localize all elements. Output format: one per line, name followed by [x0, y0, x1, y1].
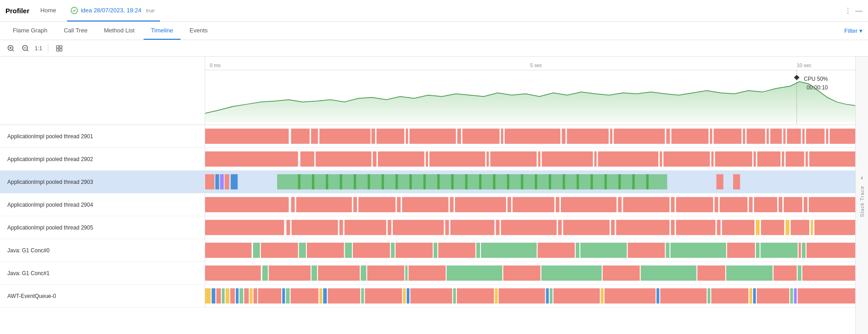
thread-timeline[interactable] [205, 148, 855, 170]
thread-row[interactable]: Java: G1 Conc#0 [0, 239, 855, 262]
thread-timeline[interactable] [205, 216, 855, 239]
svg-rect-160 [345, 243, 352, 258]
svg-rect-199 [205, 288, 211, 303]
tab-flame-graph[interactable]: Flame Graph [5, 22, 55, 40]
cpu-tooltip: CPU 50% 00:00:10 [804, 75, 828, 92]
svg-rect-230 [604, 288, 656, 303]
svg-rect-46 [315, 151, 371, 167]
svg-rect-195 [726, 266, 773, 281]
svg-rect-27 [567, 129, 609, 144]
svg-rect-210 [258, 288, 281, 303]
svg-rect-126 [779, 197, 782, 212]
zoom-ratio-label: 1:1 [35, 45, 42, 52]
svg-rect-79 [368, 174, 370, 189]
svg-rect-64 [785, 151, 804, 167]
thread-timeline[interactable] [205, 125, 855, 147]
tab-events[interactable]: Events [182, 22, 215, 40]
svg-rect-51 [486, 151, 489, 167]
svg-rect-132 [291, 220, 338, 235]
svg-rect-17 [320, 129, 371, 144]
svg-rect-117 [561, 197, 616, 212]
tab-idea[interactable]: idea 28/07/2023, 18:24 true [67, 0, 160, 21]
thread-timeline[interactable] [205, 193, 855, 216]
thread-name: ApplicationImpl pooled thread 2905 [0, 216, 205, 239]
thread-row[interactable]: ApplicationImpl pooled thread 2901 [0, 125, 855, 148]
thread-row[interactable]: Java: G1 Conc#1 [0, 262, 855, 285]
svg-rect-151 [785, 220, 789, 235]
svg-rect-92 [549, 174, 551, 189]
thread-row[interactable]: ApplicationImpl pooled thread 2904 [0, 193, 855, 216]
svg-rect-45 [300, 151, 315, 167]
svg-rect-103 [733, 174, 740, 189]
filter-button[interactable]: Filter ▾ [844, 27, 863, 34]
more-options-icon[interactable]: ⋮ [844, 6, 852, 15]
svg-rect-95 [590, 174, 593, 189]
svg-rect-61 [754, 151, 756, 167]
thread-row-selected[interactable]: ApplicationImpl pooled thread 2903 [0, 171, 855, 193]
app-title: Profiler [5, 7, 30, 15]
svg-rect-9 [60, 46, 62, 48]
time-label-0ms: 0 ms [210, 63, 221, 68]
cpu-usage-text: CPU 50% [804, 75, 828, 84]
tab-timeline[interactable]: Timeline [144, 22, 181, 40]
grid-view-button[interactable] [54, 43, 65, 54]
svg-rect-214 [320, 288, 322, 303]
filter-chevron-icon: ▾ [859, 27, 863, 34]
svg-rect-165 [438, 243, 475, 258]
svg-rect-173 [671, 243, 726, 258]
thread-row[interactable]: ApplicationImpl pooled thread 2905 [0, 216, 855, 239]
svg-rect-209 [253, 288, 257, 303]
cpu-graph: CPU 50% 00:00:10 [205, 70, 855, 125]
svg-rect-104 [741, 174, 855, 189]
cpu-time-text: 00:00:10 [804, 84, 828, 92]
svg-rect-203 [226, 288, 229, 303]
svg-rect-171 [628, 243, 665, 258]
svg-rect-83 [424, 174, 426, 189]
tab-call-tree-label: Call Tree [64, 27, 88, 34]
svg-rect-157 [261, 243, 298, 258]
svg-rect-220 [407, 288, 409, 303]
svg-rect-90 [521, 174, 523, 189]
time-label-10sec: 10 sec [797, 63, 811, 68]
tab-flame-graph-label: Flame Graph [13, 27, 47, 34]
tab-timeline-label: Timeline [151, 27, 173, 34]
zoom-out-button[interactable] [20, 43, 31, 54]
svg-rect-25 [505, 129, 560, 144]
svg-rect-16 [311, 129, 318, 144]
zoom-in-button[interactable] [5, 43, 16, 54]
toolbar: 1:1 [0, 40, 868, 57]
svg-rect-156 [253, 243, 260, 258]
thread-timeline[interactable] [205, 239, 855, 261]
svg-rect-187 [405, 266, 408, 281]
tab-call-tree[interactable]: Call Tree [57, 22, 95, 40]
thread-timeline[interactable] [205, 171, 855, 193]
filter-label: Filter [844, 27, 858, 34]
svg-rect-167 [481, 243, 537, 258]
svg-rect-216 [328, 288, 360, 303]
thread-timeline[interactable] [205, 285, 855, 307]
tab-close-button[interactable]: true [144, 7, 156, 14]
svg-rect-228 [553, 288, 600, 303]
thread-row[interactable]: AWT-EventQueue-0 [0, 285, 855, 308]
svg-rect-109 [358, 197, 395, 212]
svg-rect-22 [457, 129, 461, 144]
tab-method-list-label: Method List [104, 27, 134, 34]
tab-home[interactable]: Home [37, 0, 60, 21]
thread-name: ApplicationImpl pooled thread 2901 [0, 125, 205, 147]
svg-rect-120 [671, 197, 675, 212]
svg-rect-208 [250, 288, 253, 303]
svg-rect-41 [806, 129, 825, 144]
tab-events-label: Events [190, 27, 208, 34]
thread-row[interactable]: ApplicationImpl pooled thread 2902 [0, 148, 855, 171]
svg-rect-63 [782, 151, 784, 167]
svg-rect-212 [286, 288, 289, 303]
minimize-icon[interactable]: — [855, 7, 863, 15]
svg-rect-108 [353, 197, 357, 212]
svg-rect-211 [282, 288, 285, 303]
tab-method-list[interactable]: Method List [97, 22, 142, 40]
svg-rect-66 [809, 151, 855, 167]
collapse-panel-button[interactable]: ‹ [858, 173, 867, 182]
thread-timeline[interactable] [205, 262, 855, 284]
svg-rect-112 [450, 197, 454, 212]
svg-rect-97 [619, 174, 621, 189]
